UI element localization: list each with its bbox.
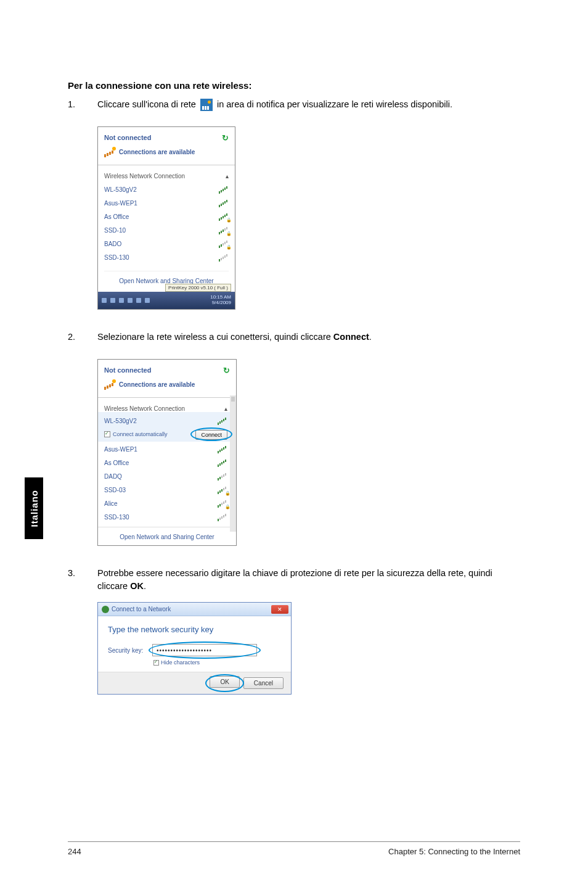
step-1-text-after: in area di notifica per visualizzare le … xyxy=(217,99,452,109)
wifi-popup-1: Not connected ↻ Connections are availabl… xyxy=(97,126,235,310)
network-name: Asus-WEP1 xyxy=(104,200,137,207)
step-2-bold: Connect xyxy=(333,332,369,342)
hide-characters-checkbox[interactable]: Hide characters xyxy=(153,659,281,666)
step-1-text: Cliccare sull'icona di rete in area di n… xyxy=(97,98,520,112)
open-sharing-center-link[interactable]: Open Network and Sharing Center xyxy=(98,527,236,545)
taskbar-date: 9/4/2009 xyxy=(210,300,231,306)
screenshot-2: Not connected ↻ Connections are availabl… xyxy=(97,359,520,546)
taskbar-tooltip: PrintKey 2000 v5.10 ( Full ) xyxy=(165,284,231,292)
network-name: SSD-130 xyxy=(104,514,129,521)
network-item[interactable]: SSD-130 xyxy=(104,511,227,524)
step-3-text-before: Potrebbe essere necessario digitare la c… xyxy=(97,568,492,592)
network-item[interactable]: As Office xyxy=(104,210,229,224)
signal-icon xyxy=(218,418,227,425)
checkbox-icon xyxy=(153,660,159,666)
network-item[interactable]: Asus-WEP1 xyxy=(104,197,229,210)
tray-icon[interactable] xyxy=(145,298,150,303)
side-tab-label: Italiano xyxy=(29,490,39,527)
tray-icon[interactable] xyxy=(119,298,124,303)
dialog-title-icon xyxy=(102,606,109,613)
network-item[interactable]: Asus-WEP1 xyxy=(104,443,227,456)
dialog-heading: Type the network security key xyxy=(108,625,281,634)
step-3-bold: OK xyxy=(130,581,144,591)
network-item[interactable]: SSD-130 xyxy=(104,251,229,265)
refresh-icon[interactable]: ↻ xyxy=(222,133,229,142)
tray-icon[interactable] xyxy=(110,298,115,303)
network-item-selected[interactable]: WL-530gV2 xyxy=(104,415,227,428)
step-3-number: 3. xyxy=(68,567,97,594)
signal-lock-icon xyxy=(219,241,229,248)
hide-characters-label: Hide characters xyxy=(161,659,200,666)
step-3-text: Potrebbe essere necessario digitare la c… xyxy=(97,567,520,594)
network-name: WL-530gV2 xyxy=(104,186,137,193)
page-footer: 244 Chapter 5: Connecting to the Interne… xyxy=(68,841,520,856)
signal-lock-icon xyxy=(218,500,227,508)
wireless-header-label: Wireless Network Connection xyxy=(104,405,185,412)
chapter-label: Chapter 5: Connecting to the Internet xyxy=(388,847,520,856)
signal-alert-icon xyxy=(104,147,115,157)
signal-icon xyxy=(219,254,229,262)
step-2-number: 2. xyxy=(68,331,97,344)
connect-auto-label: Connect automatically xyxy=(113,431,168,437)
network-name: As Office xyxy=(104,213,129,220)
chevron-up-icon[interactable]: ▴ xyxy=(226,173,229,179)
screenshot-1: Not connected ↻ Connections are availabl… xyxy=(97,126,520,310)
section-heading: Per la connessione con una rete wireless… xyxy=(68,80,520,91)
network-name: SSD-03 xyxy=(104,487,126,493)
step-2: 2. Selezionare la rete wireless a cui co… xyxy=(68,331,520,344)
step-1: 1. Cliccare sull'icona di rete in area d… xyxy=(68,98,520,112)
step-2-text-before: Selezionare la rete wireless a cui conet… xyxy=(97,332,333,342)
highlight-circle xyxy=(190,427,232,441)
network-name: BADO xyxy=(104,241,121,247)
close-icon[interactable]: ✕ xyxy=(271,605,288,614)
network-name: SSD-130 xyxy=(104,254,129,261)
signal-lock-icon xyxy=(218,487,227,494)
network-item[interactable]: SSD-03 xyxy=(104,484,227,497)
network-tray-icon xyxy=(200,99,213,111)
refresh-icon[interactable]: ↻ xyxy=(223,366,230,375)
step-1-number: 1. xyxy=(68,98,97,112)
network-item[interactable]: SSD-10 xyxy=(104,224,229,237)
network-name: Asus-WEP1 xyxy=(104,446,137,453)
checkbox-icon xyxy=(104,431,110,437)
signal-icon xyxy=(218,460,227,467)
screenshot-3: Connect to a Network ✕ Type the network … xyxy=(97,602,520,695)
step-3-text-after: . xyxy=(144,581,146,591)
highlight-circle xyxy=(205,674,243,692)
page-number: 244 xyxy=(68,847,81,856)
signal-lock-icon xyxy=(219,213,229,221)
connect-auto-checkbox[interactable]: Connect automatically xyxy=(104,431,168,437)
network-item[interactable]: As Office xyxy=(104,456,227,470)
taskbar: 10:15 AM 9/4/2009 xyxy=(98,292,235,309)
signal-icon xyxy=(218,473,227,481)
selected-network-block: WL-530gV2 Connect automatically Connect xyxy=(98,412,234,442)
tray-icon[interactable] xyxy=(128,298,133,303)
network-name: WL-530gV2 xyxy=(104,418,137,424)
not-connected-label: Not connected xyxy=(104,366,151,374)
wifi-popup-2: Not connected ↻ Connections are availabl… xyxy=(97,359,237,546)
tray-icon[interactable] xyxy=(136,298,141,303)
network-item[interactable]: DADQ xyxy=(104,470,227,484)
step-2-text-after: . xyxy=(369,332,372,342)
scrollbar[interactable] xyxy=(230,395,236,532)
network-name: DADQ xyxy=(104,473,122,480)
tray-icon[interactable] xyxy=(102,298,107,303)
signal-icon xyxy=(218,514,227,521)
not-connected-label: Not connected xyxy=(104,134,151,141)
connections-available-label: Connections are available xyxy=(119,149,195,155)
chevron-up-icon[interactable]: ▴ xyxy=(224,405,227,412)
wireless-header-label: Wireless Network Connection xyxy=(104,173,185,179)
security-key-label: Security key: xyxy=(108,647,146,654)
highlight-circle xyxy=(149,642,261,659)
connections-available-label: Connections are available xyxy=(119,381,195,388)
network-item[interactable]: WL-530gV2 xyxy=(104,183,229,197)
network-item[interactable]: BADO xyxy=(104,237,229,251)
signal-icon xyxy=(219,186,229,194)
dialog-title: Connect to a Network xyxy=(112,606,171,613)
network-name: As Office xyxy=(104,460,129,466)
cancel-button[interactable]: Cancel xyxy=(243,677,284,689)
step-2-text: Selezionare la rete wireless a cui conet… xyxy=(97,331,520,344)
step-3: 3. Potrebbe essere necessario digitare l… xyxy=(68,567,520,594)
security-key-dialog: Connect to a Network ✕ Type the network … xyxy=(97,602,292,695)
network-item[interactable]: Alice xyxy=(104,497,227,511)
